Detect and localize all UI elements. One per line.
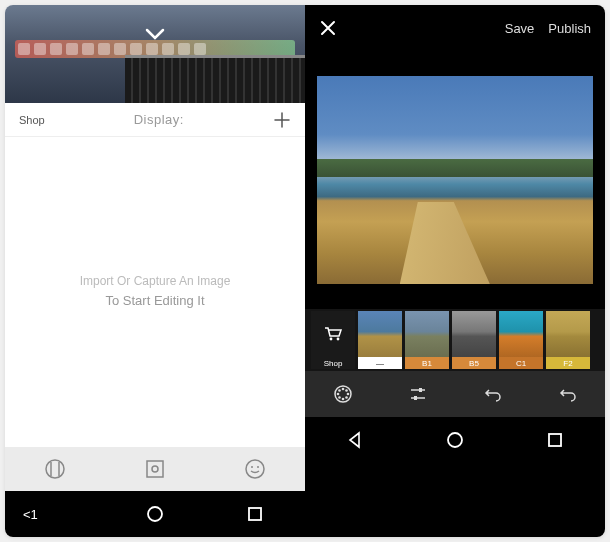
filter-f2[interactable]: F2 — [546, 311, 590, 369]
svg-point-8 — [148, 507, 162, 521]
save-button[interactable]: Save — [505, 21, 535, 36]
filter-thumb — [546, 311, 590, 357]
filter-b5[interactable]: B5 — [452, 311, 496, 369]
filter-label: C1 — [499, 357, 543, 369]
column-icon[interactable] — [44, 458, 66, 480]
svg-rect-9 — [249, 508, 261, 520]
hero-image — [5, 5, 305, 103]
svg-point-7 — [257, 466, 259, 468]
svg-point-5 — [246, 460, 264, 478]
presets-icon[interactable] — [333, 384, 353, 404]
svg-point-25 — [448, 433, 462, 447]
svg-rect-3 — [147, 461, 163, 477]
svg-point-0 — [46, 460, 64, 478]
image-preview-area — [305, 51, 605, 309]
svg-point-13 — [341, 388, 344, 391]
empty-line1: Import Or Capture An Image — [80, 272, 231, 291]
square-focus-icon[interactable] — [144, 458, 166, 480]
svg-rect-24 — [414, 396, 417, 400]
filter-strip[interactable]: Shop — B1 B5 C1 F2 — [305, 309, 605, 371]
nav-back-icon[interactable] — [346, 431, 364, 449]
add-button[interactable] — [273, 111, 291, 129]
smiley-icon[interactable] — [244, 458, 266, 480]
filter-label: B1 — [405, 357, 449, 369]
android-nav-right — [305, 417, 605, 463]
status-text: <1 — [23, 507, 38, 522]
filter-thumb — [452, 311, 496, 357]
empty-line2: To Start Editing It — [106, 291, 205, 312]
shop-link[interactable]: Shop — [19, 114, 45, 126]
svg-point-20 — [338, 389, 341, 392]
filter-label: F2 — [546, 357, 590, 369]
svg-point-6 — [251, 466, 253, 468]
undo-icon[interactable] — [483, 384, 503, 404]
nav-home-icon[interactable] — [146, 505, 164, 523]
close-button[interactable] — [319, 19, 337, 37]
editor-screen: Save Publish Shop — B1 — [305, 5, 605, 537]
gallery-header: Shop Display: — [5, 103, 305, 137]
filter-c1[interactable]: C1 — [499, 311, 543, 369]
filter-thumb — [499, 311, 543, 357]
edit-toolbar — [305, 371, 605, 417]
redo-icon[interactable] — [558, 384, 578, 404]
filter-thumb — [405, 311, 449, 357]
gallery-screen: Shop Display: Import Or Capture An Image… — [5, 5, 305, 537]
bottom-toolbar — [5, 447, 305, 491]
nav-recent-icon[interactable] — [546, 431, 564, 449]
filter-original[interactable]: — — [358, 311, 402, 369]
filter-label: B5 — [452, 357, 496, 369]
filter-label: — — [358, 357, 402, 369]
svg-point-15 — [341, 398, 344, 401]
svg-point-18 — [345, 396, 348, 399]
svg-point-10 — [330, 338, 333, 341]
nav-recent-icon[interactable] — [246, 505, 264, 523]
empty-state: Import Or Capture An Image To Start Edit… — [5, 137, 305, 447]
nav-home-icon[interactable] — [446, 431, 464, 449]
svg-point-19 — [338, 396, 341, 399]
svg-point-14 — [346, 393, 349, 396]
publish-button[interactable]: Publish — [548, 21, 591, 36]
filter-b1[interactable]: B1 — [405, 311, 449, 369]
svg-point-4 — [152, 466, 158, 472]
filter-label: Shop — [324, 357, 343, 369]
preview-image[interactable] — [317, 76, 593, 284]
display-title[interactable]: Display: — [134, 112, 184, 127]
svg-point-17 — [345, 389, 348, 392]
shopping-cart-icon — [323, 311, 343, 357]
sliders-icon[interactable] — [408, 384, 428, 404]
filter-shop-button[interactable]: Shop — [311, 311, 355, 369]
svg-rect-23 — [419, 388, 422, 392]
svg-point-11 — [337, 338, 340, 341]
android-nav-left: <1 — [5, 491, 305, 537]
svg-point-16 — [336, 393, 339, 396]
svg-rect-26 — [549, 434, 561, 446]
chevron-down-icon[interactable] — [145, 27, 165, 41]
editor-header: Save Publish — [305, 5, 605, 51]
filter-thumb — [358, 311, 402, 357]
